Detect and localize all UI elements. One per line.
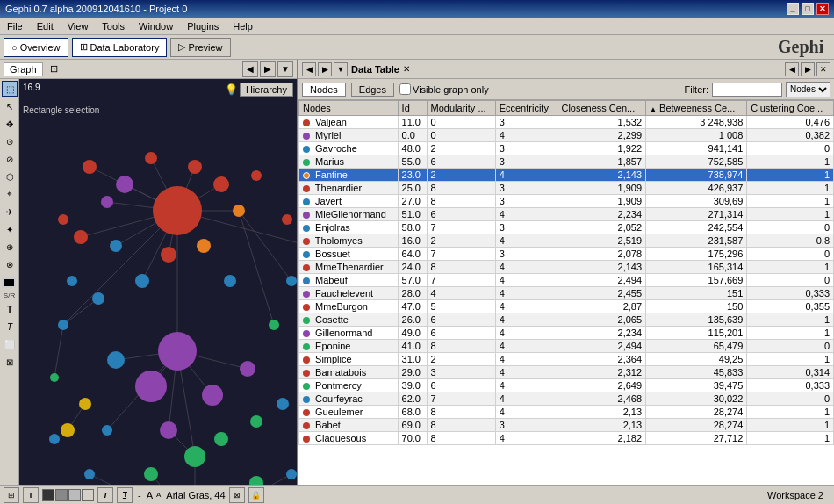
col-header-nodes[interactable]: Nodes xyxy=(299,101,399,116)
color-tool[interactable] xyxy=(2,277,16,288)
menu-plugins[interactable]: Plugins xyxy=(183,20,222,32)
cell-eccentricity: 4 xyxy=(495,274,557,287)
cell-id: 29.0 xyxy=(398,366,427,379)
swatch-dark[interactable] xyxy=(42,489,54,501)
col-header-modularity[interactable]: Modularity ... xyxy=(427,101,495,116)
table-row[interactable]: Pontmercy 39.0 6 4 2,649 39,475 0,333 xyxy=(299,379,834,392)
col-header-eccentricity[interactable]: Eccentricity xyxy=(495,101,557,116)
table-row[interactable]: Bossuet 64.0 7 3 2,078 175,296 0 xyxy=(299,248,834,261)
panel-nav-menu[interactable]: ▼ xyxy=(334,62,348,76)
close-button[interactable]: ✕ xyxy=(816,3,829,15)
right-panel-float[interactable]: ▶ xyxy=(801,62,815,76)
visible-graph-checkbox[interactable] xyxy=(399,83,411,95)
data-table-container[interactable]: Nodes Id Modularity ... Eccentricity Clo… xyxy=(298,100,834,485)
status-btn-label-t2[interactable]: T̲ xyxy=(117,487,133,503)
right-panel-close[interactable]: ✕ xyxy=(816,62,830,76)
table-row[interactable]: Cosette 26.0 6 4 2,065 135,639 1 xyxy=(299,313,834,327)
info-tool[interactable]: ⊠ xyxy=(2,354,18,370)
table-row[interactable]: MmeThenardier 24.0 8 4 2,143 165,314 1 xyxy=(299,261,834,274)
panel-nav-left[interactable]: ◀ xyxy=(302,62,316,76)
cell-eccentricity: 4 xyxy=(495,208,557,221)
swatch-light[interactable] xyxy=(68,489,81,501)
overview-button[interactable]: ○ Overview xyxy=(4,38,68,57)
swatch-white[interactable] xyxy=(82,489,94,501)
table-row[interactable]: Simplice 31.0 2 4 2,364 49,25 1 xyxy=(299,353,834,366)
edges-tab[interactable]: Edges xyxy=(351,83,394,97)
layout-tool[interactable]: ⊗ xyxy=(2,256,18,272)
data-table-close[interactable]: ✕ xyxy=(403,64,410,74)
col-header-clustering[interactable]: Clustering Coe... xyxy=(747,101,834,116)
table-row[interactable]: Fauchelevent 28.0 4 4 2,455 151 0,333 xyxy=(299,287,834,300)
table-row[interactable]: MleGllenormand 51.0 6 4 2,234 271,314 1 xyxy=(299,208,834,221)
menu-view[interactable]: View xyxy=(64,20,92,32)
panel-nav-right[interactable]: ▶ xyxy=(318,62,332,76)
nav-left-button[interactable]: ◀ xyxy=(242,61,258,77)
maximize-button[interactable]: □ xyxy=(802,3,814,15)
hierarchy-button[interactable]: Hierarchy xyxy=(240,83,293,97)
svg-point-44 xyxy=(145,152,157,164)
table-row[interactable]: Gillenormand 49.0 6 4 2,234 115,201 1 xyxy=(299,327,834,340)
menu-help[interactable]: Help xyxy=(229,20,256,32)
selection-tool[interactable]: ⬚ xyxy=(2,81,18,97)
col-header-id[interactable]: Id xyxy=(398,101,427,116)
menu-tools[interactable]: Tools xyxy=(98,20,128,32)
nodes-tab[interactable]: Nodes xyxy=(302,83,346,97)
table-row[interactable]: Myriel 0.0 0 4 2,299 1 008 0,382 xyxy=(299,129,834,142)
data-laboratory-button[interactable]: ⊞ Data Laboratory xyxy=(72,38,168,57)
table-row[interactable]: Mabeuf 57.0 7 4 2,494 157,669 0 xyxy=(299,274,834,287)
table-row[interactable]: Enjolras 58.0 7 3 2,052 242,554 0 xyxy=(299,221,834,234)
cell-modularity: 5 xyxy=(427,300,495,313)
node-tool[interactable]: ✦ xyxy=(2,221,18,237)
minimize-button[interactable]: _ xyxy=(787,3,799,15)
path-tool[interactable]: ⬡ xyxy=(2,169,18,184)
paint-tool[interactable]: ⊘ xyxy=(2,151,18,167)
table-row[interactable]: Tholomyes 16.0 2 4 2,519 231,587 0,8 xyxy=(299,234,834,248)
table-row[interactable]: Thenardier 25.0 8 3 1,909 426,937 1 xyxy=(299,182,834,195)
status-bar: ⊞ T T T̲ - A A Arial Gras, 44 ⊠ 🔒 Worksp… xyxy=(0,485,834,504)
menu-edit[interactable]: Edit xyxy=(33,20,57,32)
capture-tool[interactable]: ⬜ xyxy=(2,336,18,352)
swatch-mid[interactable] xyxy=(55,489,68,501)
cell-closeness: 2,13 xyxy=(557,419,646,432)
table-row[interactable]: Eponine 41.0 8 4 2,494 65,479 0 xyxy=(299,340,834,353)
text-label-tool[interactable]: T xyxy=(2,319,18,335)
preview-button[interactable]: ▷ Preview xyxy=(170,38,230,57)
status-btn-box[interactable]: ⊠ xyxy=(229,487,245,503)
table-row[interactable]: Babet 69.0 8 3 2,13 28,274 1 xyxy=(299,419,834,432)
status-btn-text[interactable]: T xyxy=(23,487,39,503)
zoom-tool[interactable]: ⌖ xyxy=(2,186,18,202)
table-row[interactable]: Marius 55.0 6 3 1,857 752,585 1 xyxy=(299,155,834,169)
cell-betweeness: 738,974 xyxy=(646,169,747,182)
visible-graph-checkbox-label[interactable]: Visible graph only xyxy=(399,83,489,95)
table-row[interactable]: Gueulemer 68.0 8 4 2,13 28,274 1 xyxy=(299,406,834,419)
nav-right-button[interactable]: ▶ xyxy=(260,61,276,77)
table-row[interactable]: Valjean 11.0 0 3 1,532 3 248,938 0,476 xyxy=(299,116,834,129)
right-panel-resize[interactable]: ◀ xyxy=(785,62,799,76)
col-header-closeness[interactable]: Closeness Cen... xyxy=(557,101,646,116)
filter-input[interactable] xyxy=(712,83,782,97)
pointer-tool[interactable]: ↖ xyxy=(2,98,18,114)
edge-tool[interactable]: ⊕ xyxy=(2,239,18,255)
lasso-tool[interactable]: ⊙ xyxy=(2,133,18,149)
table-row[interactable]: Fantine 23.0 2 4 2,143 738,974 1 xyxy=(299,169,834,182)
status-btn-lock[interactable]: 🔒 xyxy=(248,487,264,503)
table-row[interactable]: Courfeyrac 62.0 7 4 2,468 30,022 0 xyxy=(299,392,834,406)
drag-tool[interactable]: ✥ xyxy=(2,116,18,132)
text-tool[interactable]: T xyxy=(2,301,18,317)
magnify-tool[interactable]: ✈ xyxy=(2,204,18,220)
table-row[interactable]: Bamatabois 29.0 3 4 2,312 45,833 0,314 xyxy=(299,366,834,379)
table-row[interactable]: Claquesous 70.0 8 4 2,182 27,712 1 xyxy=(299,432,834,445)
filter-select[interactable]: Nodes xyxy=(786,82,830,97)
table-row[interactable]: Gavroche 48.0 2 3 1,922 941,141 0 xyxy=(299,142,834,155)
table-row[interactable]: MmeBurgon 47.0 5 4 2,87 150 0,355 xyxy=(299,300,834,313)
cell-node-name: Fantine xyxy=(299,169,399,182)
status-btn-label-t[interactable]: T xyxy=(97,487,113,503)
menu-file[interactable]: File xyxy=(4,20,26,32)
graph-tab[interactable]: Graph xyxy=(4,62,43,76)
table-row[interactable]: Javert 27.0 8 3 1,909 309,69 1 xyxy=(299,195,834,208)
nav-menu-button[interactable]: ▼ xyxy=(277,61,293,77)
svg-point-79 xyxy=(110,240,122,252)
status-btn-1[interactable]: ⊞ xyxy=(4,487,19,503)
menu-window[interactable]: Window xyxy=(135,20,176,32)
col-header-betweeness[interactable]: ▲ Betweeness Ce... xyxy=(646,101,747,116)
